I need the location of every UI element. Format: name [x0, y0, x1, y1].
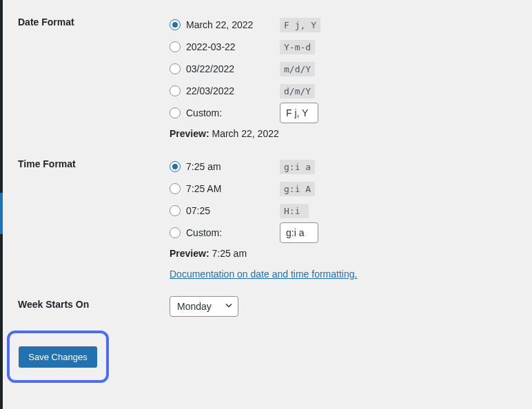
time-format-custom-radio[interactable]	[170, 227, 181, 238]
time-format-radio-label[interactable]: 7:25 am	[170, 161, 280, 172]
time-format-option: 07:25 H:i	[170, 200, 532, 222]
time-format-radio[interactable]	[170, 161, 181, 172]
time-format-row: Time Format 7:25 am g:i a 7:25 AM g:i A	[18, 156, 532, 280]
date-format-example: 2022-03-22	[186, 41, 236, 52]
week-starts-row: Week Starts On Monday	[18, 296, 532, 317]
time-format-radio-label[interactable]: 7:25 AM	[170, 183, 280, 194]
week-starts-heading: Week Starts On	[18, 296, 170, 310]
time-format-preview: Preview: 7:25 am	[170, 248, 532, 259]
date-format-radio[interactable]	[170, 41, 181, 52]
preview-value: 7:25 am	[212, 248, 247, 259]
date-format-radio-label[interactable]: 03/22/2022	[170, 63, 280, 74]
time-format-custom-input[interactable]	[280, 222, 318, 243]
date-format-option: 2022-03-22 Y-m-d	[170, 36, 532, 58]
date-format-custom-row: Custom:	[170, 102, 532, 124]
date-format-example: March 22, 2022	[186, 19, 253, 30]
week-starts-select-wrap: Monday	[170, 296, 238, 317]
time-format-option: 7:25 am g:i a	[170, 156, 532, 178]
time-format-radio[interactable]	[170, 205, 181, 216]
time-format-option: 7:25 AM g:i A	[170, 178, 532, 200]
time-format-example: 07:25	[186, 205, 210, 216]
time-format-custom-radio-label[interactable]: Custom:	[170, 227, 280, 238]
time-format-example: 7:25 AM	[186, 183, 221, 194]
date-format-option: March 22, 2022 F j, Y	[170, 14, 532, 36]
save-button-highlight: Save Changes	[7, 331, 109, 383]
date-time-doc-link[interactable]: Documentation on date and time formattin…	[170, 269, 357, 280]
time-format-code: g:i a	[280, 160, 315, 174]
date-format-custom-label: Custom:	[186, 107, 222, 118]
preview-label: Preview:	[170, 128, 209, 139]
preview-label: Preview:	[170, 248, 209, 259]
time-format-custom-label: Custom:	[186, 227, 222, 238]
date-format-custom-radio[interactable]	[170, 107, 181, 118]
date-format-radio-label[interactable]: March 22, 2022	[170, 19, 280, 30]
date-format-option: 22/03/2022 d/m/Y	[170, 80, 532, 102]
time-format-example: 7:25 am	[186, 161, 221, 172]
date-format-options: March 22, 2022 F j, Y 2022-03-22 Y-m-d 0…	[170, 14, 532, 139]
date-format-code: F j, Y	[280, 18, 320, 32]
date-format-heading: Date Format	[18, 14, 170, 28]
preview-value: March 22, 2022	[212, 128, 278, 139]
save-changes-button[interactable]: Save Changes	[19, 346, 96, 368]
date-format-radio-label[interactable]: 2022-03-22	[170, 41, 280, 52]
time-format-radio[interactable]	[170, 183, 181, 194]
date-format-code: d/m/Y	[280, 84, 315, 98]
date-format-code: m/d/Y	[280, 62, 315, 76]
date-format-radio[interactable]	[170, 19, 181, 30]
date-format-preview: Preview: March 22, 2022	[170, 128, 532, 139]
date-format-custom-input[interactable]	[280, 103, 318, 123]
week-starts-content: Monday	[170, 296, 532, 317]
time-format-radio-label[interactable]: 07:25	[170, 205, 280, 216]
date-format-custom-radio-label[interactable]: Custom:	[170, 107, 280, 118]
date-format-example: 22/03/2022	[186, 85, 234, 96]
date-format-radio[interactable]	[170, 85, 181, 96]
time-format-code: g:i A	[280, 182, 315, 196]
date-format-code: Y-m-d	[280, 40, 315, 54]
time-format-heading: Time Format	[18, 156, 170, 169]
week-starts-select[interactable]: Monday	[170, 296, 238, 317]
date-format-example: 03/22/2022	[186, 63, 234, 74]
time-format-code: H:i	[280, 204, 309, 218]
date-format-row: Date Format March 22, 2022 F j, Y 2022-0…	[18, 14, 532, 139]
time-format-custom-row: Custom:	[170, 222, 532, 244]
date-format-radio-label[interactable]: 22/03/2022	[170, 85, 280, 96]
time-format-options: 7:25 am g:i a 7:25 AM g:i A 07:25 H:i	[170, 156, 532, 280]
date-format-option: 03/22/2022 m/d/Y	[170, 58, 532, 80]
date-format-radio[interactable]	[170, 63, 181, 74]
